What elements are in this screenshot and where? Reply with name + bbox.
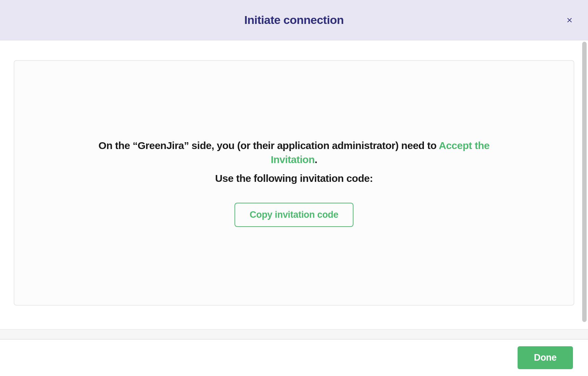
divider-area <box>0 329 588 339</box>
done-button[interactable]: Done <box>518 346 573 369</box>
modal-title: Initiate connection <box>244 13 344 27</box>
instruction-mid: ” side, you (or their application admini… <box>184 140 439 151</box>
sub-instruction-text: Use the following invitation code: <box>215 173 373 184</box>
instruction-text: On the “GreenJira” side, you (or their a… <box>84 139 504 166</box>
scrollbar-thumb[interactable] <box>582 42 587 322</box>
x-icon <box>566 16 573 24</box>
content-card: On the “GreenJira” side, you (or their a… <box>14 60 574 306</box>
modal-footer: Done <box>0 339 588 376</box>
modal-header: Initiate connection <box>0 0 588 40</box>
instruction-suffix: . <box>315 154 317 165</box>
instance-name: GreenJira <box>137 140 184 151</box>
close-icon[interactable] <box>565 16 574 24</box>
modal-container: Initiate connection On the “GreenJira” s… <box>0 0 588 376</box>
instruction-prefix: On the “ <box>98 140 137 151</box>
modal-body: On the “GreenJira” side, you (or their a… <box>0 40 588 329</box>
copy-invitation-code-button[interactable]: Copy invitation code <box>235 203 353 227</box>
